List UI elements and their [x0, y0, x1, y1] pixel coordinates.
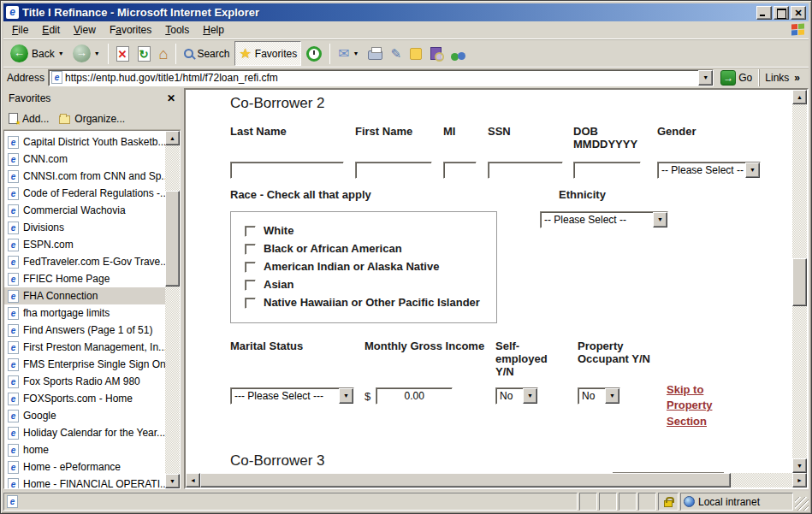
add-favorite-button[interactable]: Add... [9, 113, 49, 125]
favorite-item[interactable]: eCNN.com [4, 151, 165, 168]
favorite-item[interactable]: eFMS Enterprise Single Sign On... [4, 356, 165, 373]
mail-dropdown-icon[interactable]: ▼ [353, 50, 359, 56]
address-input[interactable]: e https://entp.hud.gov/title1/html/f72lo… [48, 69, 714, 86]
close-button[interactable] [791, 6, 806, 20]
home-button[interactable]: ⌂ [156, 41, 172, 66]
menu-edit[interactable]: Edit [35, 22, 67, 38]
favorites-scrollbar[interactable]: ▲ ▼ [165, 131, 180, 488]
favorite-item[interactable]: eFind Answers (Page 1 of 51) [4, 322, 165, 339]
favorites-button[interactable]: ★ Favorites [234, 41, 301, 66]
resize-grip[interactable] [795, 497, 809, 511]
marital-status-select[interactable]: --- Please Select --- ▼ [230, 387, 354, 405]
print-button[interactable] [365, 41, 386, 66]
favorite-item[interactable]: eHoliday Calendar for the Year... [4, 424, 165, 441]
discuss-button[interactable] [406, 41, 425, 66]
favorite-item[interactable]: eCode of Federal Regulations -... [4, 185, 165, 202]
scrollbar-thumb[interactable] [792, 258, 807, 306]
ethnicity-select[interactable]: -- Please Select -- ▼ [540, 211, 668, 228]
favorite-item[interactable]: eFedTraveler.com E-Gov Trave... [4, 253, 165, 270]
menu-view[interactable]: View [67, 22, 103, 38]
income-input[interactable]: 0.00 [376, 387, 453, 405]
favorite-item[interactable]: eHome - ePeformance [4, 458, 165, 476]
favorite-item[interactable]: eFFIEC Home Page [4, 270, 165, 287]
messenger-button[interactable] [447, 41, 469, 66]
scrollbar-thumb[interactable] [165, 191, 180, 287]
favorite-item[interactable]: eFox Sports Radio AM 980 [4, 373, 165, 390]
scroll-down-icon[interactable]: ▼ [792, 458, 807, 473]
ssn-input[interactable] [488, 162, 563, 179]
scrollbar-thumb[interactable] [200, 473, 731, 487]
chevron-down-icon[interactable]: ▼ [523, 388, 537, 404]
gender-select[interactable]: -- Please Select -- ▼ [657, 162, 761, 179]
menu-favorites[interactable]: Favorites [103, 22, 158, 38]
ie-favicon: e [8, 290, 19, 303]
race-native-american-checkbox[interactable] [245, 262, 256, 273]
mi-input[interactable] [443, 162, 477, 179]
favorite-item[interactable]: ehome [4, 441, 165, 458]
menu-file[interactable]: File [5, 22, 35, 38]
favorite-item-selected[interactable]: eFHA Connection [4, 287, 165, 304]
research-button[interactable] [427, 41, 445, 66]
refresh-button[interactable]: ↻ [134, 41, 154, 66]
self-employed-select[interactable]: No ▼ [495, 387, 538, 405]
back-dropdown-icon[interactable]: ▼ [58, 50, 64, 56]
favorite-item[interactable]: eFirst Preston Management, In... [4, 339, 165, 356]
forward-button[interactable]: → ▼ [69, 41, 104, 66]
favorite-item[interactable]: efha mortgage limits [4, 304, 165, 322]
property-occupant-select[interactable]: No ▼ [578, 387, 620, 405]
scroll-right-icon[interactable]: ► [792, 473, 807, 487]
skip-to-property-link[interactable]: Skip to Property Section [667, 382, 735, 431]
menu-help[interactable]: Help [196, 22, 231, 38]
content-vertical-scrollbar[interactable]: ▲ ▼ [792, 90, 807, 473]
favorite-item[interactable]: eDivisions [4, 219, 165, 236]
mail-button[interactable]: ✉ ▼ [335, 41, 362, 66]
go-button[interactable]: → Go [717, 70, 756, 86]
address-dropdown-icon[interactable]: ▼ [698, 70, 713, 86]
favorite-item[interactable]: eHome - FINANCIAL OPERATI... [4, 476, 165, 488]
organize-favorites-button[interactable]: Organize... [59, 113, 125, 125]
favorite-item[interactable]: eFOXSports.com - Home [4, 390, 165, 407]
first-name-input[interactable] [355, 162, 432, 179]
favorite-item[interactable]: eCommercial Wachovia [4, 202, 165, 219]
forward-icon: → [73, 44, 91, 62]
refresh-icon: ↻ [138, 46, 151, 62]
menu-tools[interactable]: Tools [158, 22, 196, 38]
history-button[interactable] [303, 41, 325, 66]
last-name-input[interactable] [230, 162, 344, 179]
scroll-up-icon[interactable]: ▲ [792, 90, 807, 104]
forward-dropdown-icon[interactable]: ▼ [94, 50, 100, 56]
stop-button[interactable]: ✕ [113, 41, 133, 66]
chevron-down-icon[interactable]: ▼ [745, 162, 760, 178]
chevron-down-icon[interactable]: ▼ [653, 212, 667, 227]
favorite-item[interactable]: eCNNSI.com from CNN and Sp... [4, 168, 165, 185]
close-favorites-icon[interactable]: ✕ [167, 92, 175, 104]
race-black-checkbox[interactable] [245, 244, 256, 255]
race-pacific-islander-checkbox[interactable] [245, 298, 256, 309]
dob-input[interactable] [573, 162, 641, 179]
address-bar: Address e https://entp.hud.gov/title1/ht… [3, 68, 809, 88]
chevron-down-icon[interactable]: ▼ [339, 388, 353, 404]
chevron-down-icon[interactable]: ▼ [605, 388, 619, 404]
race-asian-checkbox[interactable] [245, 280, 256, 291]
maximize-button[interactable] [773, 6, 789, 20]
minimize-button[interactable] [756, 6, 772, 20]
links-toolbar[interactable]: Links » [759, 69, 805, 86]
race-white-checkbox[interactable] [245, 226, 256, 237]
search-button[interactable]: Search [181, 41, 233, 66]
scroll-left-icon[interactable]: ◄ [186, 473, 200, 487]
history-icon [306, 46, 322, 62]
ie-favicon: e [8, 204, 19, 217]
back-button[interactable]: ← Back ▼ [7, 41, 68, 66]
favorite-item[interactable]: eESPN.com [4, 236, 165, 253]
race-label: Race - Check all that apply [230, 189, 792, 202]
links-chevron-icon[interactable]: » [794, 72, 800, 84]
content-horizontal-scrollbar[interactable]: ◄ ► [186, 473, 807, 487]
favorite-item[interactable]: eGoogle [4, 407, 165, 424]
favorite-item[interactable]: eCapital District Youth Basketb... [4, 133, 165, 151]
scroll-down-icon[interactable]: ▼ [165, 474, 180, 488]
scroll-up-icon[interactable]: ▲ [165, 131, 180, 145]
ie-favicon: e [8, 410, 19, 422]
zone-pane: Local intranet [680, 493, 793, 511]
edit-button[interactable]: ✎ [388, 41, 406, 66]
ie-favicon: e [8, 341, 19, 354]
